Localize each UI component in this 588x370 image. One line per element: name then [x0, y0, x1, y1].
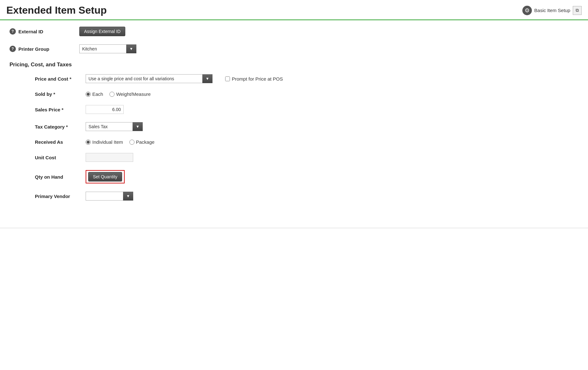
sold-by-weight-radio[interactable]: [109, 92, 114, 97]
sales-price-row: Sales Price * 6.00: [10, 105, 578, 114]
prompt-for-price-checkbox[interactable]: [225, 76, 230, 81]
sold-by-weight-label: Weight/Measure: [116, 91, 151, 97]
price-and-cost-select[interactable]: Use a single price and cost for all vari…: [86, 74, 212, 83]
qty-on-hand-label: Qty on Hand: [35, 174, 86, 180]
sales-price-required: *: [62, 107, 63, 112]
bottom-divider: [0, 228, 588, 228]
sold-by-each-radio[interactable]: [86, 92, 91, 97]
gear-icon: ⚙: [522, 6, 532, 15]
primary-vendor-select-wrapper: ▼: [86, 192, 133, 201]
main-content: ? External ID Assign External ID ? Print…: [0, 20, 588, 215]
qty-on-hand-row: Qty on Hand Set Quantity: [10, 170, 578, 183]
basic-item-setup-link[interactable]: Basic Item Setup: [534, 8, 570, 13]
tax-category-select[interactable]: Sales Tax No Tax Exempt: [86, 122, 143, 131]
sold-by-row: Sold by * Each Weight/Measure: [10, 91, 578, 97]
sold-by-label: Sold by *: [35, 91, 86, 97]
received-as-individual-label: Individual Item: [92, 139, 123, 145]
primary-vendor-label: Primary Vendor: [35, 194, 86, 199]
external-id-help-icon[interactable]: ?: [10, 28, 16, 35]
sales-price-input[interactable]: 6.00: [86, 105, 124, 114]
sales-price-label: Sales Price *: [35, 107, 86, 112]
external-id-label: External ID: [18, 29, 43, 34]
tax-category-row: Tax Category * Sales Tax No Tax Exempt ▼: [10, 122, 578, 131]
tax-category-label: Tax Category *: [35, 124, 86, 129]
received-as-label: Received As: [35, 139, 86, 145]
header-right: ⚙ Basic Item Setup ⧉: [522, 6, 582, 15]
price-and-cost-row: Price and Cost * Use a single price and …: [10, 74, 578, 83]
received-as-package-option[interactable]: Package: [129, 139, 154, 145]
unit-cost-input[interactable]: [86, 153, 133, 162]
received-as-row: Received As Individual Item Package: [10, 139, 578, 145]
prompt-for-price-label[interactable]: Prompt for Price at POS: [232, 76, 283, 82]
sold-by-weight-option[interactable]: Weight/Measure: [109, 91, 151, 97]
pricing-section-heading: Pricing, Cost, and Taxes: [10, 62, 578, 68]
price-and-cost-controls: Use a single price and cost for all vari…: [86, 74, 283, 83]
tax-category-required: *: [66, 124, 68, 129]
set-quantity-button[interactable]: Set Quantity: [88, 172, 122, 182]
external-id-label-wrapper: ? External ID: [10, 28, 79, 35]
page-title: Extended Item Setup: [6, 4, 107, 16]
assign-external-id-button[interactable]: Assign External ID: [79, 27, 125, 36]
unit-cost-row: Unit Cost: [10, 153, 578, 162]
received-as-radio-group: Individual Item Package: [86, 139, 154, 145]
printer-group-label-wrapper: ? Printer Group: [10, 46, 79, 52]
printer-group-select[interactable]: Kitchen Bar Expo: [79, 44, 136, 53]
received-as-individual-option[interactable]: Individual Item: [86, 139, 123, 145]
qty-on-hand-highlight-box: Set Quantity: [86, 170, 125, 183]
copy-icon[interactable]: ⧉: [573, 6, 582, 15]
received-as-individual-radio[interactable]: [86, 140, 91, 145]
prompt-for-price-wrapper: Prompt for Price at POS: [225, 76, 283, 82]
printer-group-select-wrapper: Kitchen Bar Expo ▼: [79, 44, 136, 53]
primary-vendor-row: Primary Vendor ▼: [10, 192, 578, 201]
price-and-cost-label: Price and Cost *: [35, 76, 86, 82]
external-id-row: ? External ID Assign External ID: [10, 27, 578, 36]
page-header: Extended Item Setup ⚙ Basic Item Setup ⧉: [0, 0, 588, 20]
printer-group-row: ? Printer Group Kitchen Bar Expo ▼: [10, 44, 578, 53]
received-as-package-label: Package: [136, 139, 154, 145]
unit-cost-label: Unit Cost: [35, 155, 86, 160]
tax-category-select-wrapper: Sales Tax No Tax Exempt ▼: [86, 122, 143, 131]
received-as-package-radio[interactable]: [129, 140, 134, 145]
sold-by-radio-group: Each Weight/Measure: [86, 91, 151, 97]
printer-group-label: Printer Group: [18, 46, 49, 52]
sold-by-each-option[interactable]: Each: [86, 91, 103, 97]
price-and-cost-select-wrapper: Use a single price and cost for all vari…: [86, 74, 212, 83]
price-and-cost-required: *: [69, 76, 71, 82]
sold-by-required: *: [53, 91, 55, 97]
printer-group-help-icon[interactable]: ?: [10, 46, 16, 52]
primary-vendor-select[interactable]: [86, 192, 133, 201]
sold-by-each-label: Each: [92, 91, 103, 97]
